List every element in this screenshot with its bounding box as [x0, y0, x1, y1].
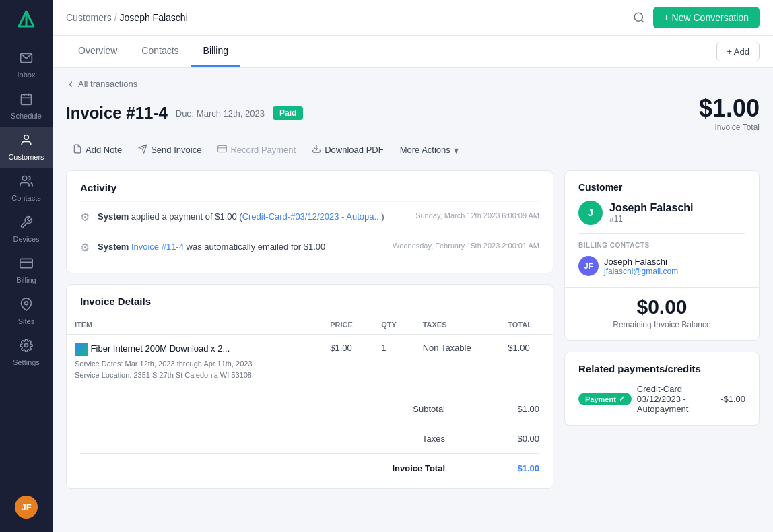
payment-row: Payment ✓ Credit-Card 03/12/2023 - Autop…	[578, 384, 745, 414]
sidebar-item-schedule[interactable]: Schedule	[0, 86, 53, 127]
svg-rect-10	[20, 259, 32, 267]
tabs: Overview Contacts Billing	[66, 36, 240, 67]
chevron-down-icon: ▾	[454, 145, 459, 156]
item-qty: 1	[373, 335, 414, 389]
record-payment-button[interactable]: Record Payment	[211, 140, 302, 160]
activity-icon-1: ⚙	[80, 211, 90, 224]
customer-info-row: J Joseph Falaschi #11	[578, 201, 745, 225]
billing-contacts-label: BILLING CONTACTS	[578, 242, 745, 249]
send-icon	[138, 144, 147, 156]
col-total: TOTAL	[500, 315, 553, 335]
new-conversation-button[interactable]: + New Conversation	[653, 7, 760, 28]
taxes-value: $0.00	[499, 434, 539, 444]
sidebar-item-customers[interactable]: Customers	[0, 127, 53, 168]
activity-title: Activity	[67, 171, 553, 201]
tab-contacts[interactable]: Contacts	[129, 36, 191, 67]
sidebar: Inbox Schedule Customers Contacts Device…	[0, 0, 53, 532]
invoice-table: ITEM PRICE QTY TAXES TOTAL	[67, 315, 553, 389]
col-price: PRICE	[322, 315, 373, 335]
sidebar-item-inbox-label: Inbox	[18, 71, 36, 79]
customers-icon	[20, 133, 33, 150]
summary-section: Subtotal $1.00 Taxes $0.00 Invoice Total…	[67, 389, 553, 488]
invoice-title-row: Invoice #11-4 Due: March 12th, 2023 Paid	[66, 104, 303, 123]
breadcrumb-customers-link[interactable]: Customers	[66, 12, 112, 23]
sites-icon	[20, 298, 33, 314]
schedule-icon	[20, 92, 33, 109]
activity-text-2: System Invoice #11-4 was automatically e…	[98, 240, 384, 254]
invoice-link[interactable]: Invoice #11-4	[131, 242, 184, 252]
breadcrumb: Customers / Joseph Falaschi	[66, 12, 188, 23]
billing-contact-email[interactable]: jfalaschi@gmail.com	[604, 267, 678, 276]
add-note-button[interactable]: Add Note	[66, 140, 129, 160]
inbox-icon	[20, 51, 33, 68]
col-taxes: TAXES	[415, 315, 500, 335]
billing-contact-row: JF Joseph Falaschi jfalaschi@gmail.com	[578, 256, 745, 276]
billing-avatar: JF	[578, 256, 599, 276]
item-cell: Fiber Internet 200M Download x 2... Serv…	[67, 335, 322, 389]
invoice-details-title: Invoice Details	[67, 285, 553, 307]
subtotal-label: Subtotal	[413, 404, 445, 414]
breadcrumb-current: Joseph Falaschi	[120, 12, 188, 23]
back-link-label: All transactions	[78, 79, 137, 89]
remaining-balance-label: Remaining Invoice Balance	[578, 320, 745, 329]
billing-contact-name: Joseph Falaschi	[604, 257, 678, 267]
content-area: All transactions Invoice #11-4 Due: Marc…	[53, 68, 773, 532]
add-button[interactable]: + Add	[716, 42, 760, 61]
billing-icon	[20, 257, 33, 273]
balance-section: $0.00 Remaining Invoice Balance	[565, 288, 759, 340]
record-payment-label: Record Payment	[230, 145, 296, 155]
action-bar: Add Note Send Invoice Record Payment Dow…	[66, 140, 760, 160]
payment-link[interactable]: Credit-Card-#03/12/2023 - Autopa...	[242, 211, 382, 222]
download-pdf-button[interactable]: Download PDF	[305, 140, 390, 160]
header-actions: + New Conversation	[633, 7, 760, 28]
svg-point-13	[25, 344, 28, 347]
invoice-details-card: Invoice Details ITEM PRICE QTY TAXES TOT…	[66, 284, 553, 489]
send-invoice-button[interactable]: Send Invoice	[131, 140, 208, 160]
sidebar-item-sites[interactable]: Sites	[0, 291, 53, 332]
customer-id: #11	[609, 214, 694, 224]
download-pdf-label: Download PDF	[325, 145, 383, 155]
taxes-label: Taxes	[422, 434, 445, 444]
sidebar-item-billing[interactable]: Billing	[0, 250, 53, 291]
customer-section: Customer J Joseph Falaschi #11 BILLING C…	[565, 171, 759, 287]
sidebar-item-devices[interactable]: Devices	[0, 209, 53, 250]
payment-description: Credit-Card 03/12/2023 - Autopayment	[637, 384, 715, 414]
related-payments-title: Related payments/credits	[578, 363, 745, 374]
taxes-row: Taxes $0.00	[80, 430, 539, 448]
more-actions-button[interactable]: More Actions ▾	[393, 141, 465, 160]
note-icon	[73, 144, 82, 156]
more-actions-label: More Actions	[400, 145, 450, 155]
tabs-bar: Overview Contacts Billing + Add	[53, 36, 773, 68]
tab-overview[interactable]: Overview	[66, 36, 129, 67]
invoice-total-label: Invoice Total	[699, 123, 760, 132]
remaining-balance-amount: $0.00	[578, 296, 745, 319]
svg-point-9	[22, 176, 27, 181]
customer-card: Customer J Joseph Falaschi #11 BILLING C…	[564, 170, 760, 341]
activity-text-1: System applied a payment of $1.00 (Credi…	[98, 210, 407, 224]
sidebar-item-settings[interactable]: Settings	[0, 332, 53, 373]
invoice-total-amount: $1.00	[699, 94, 760, 123]
back-link[interactable]: All transactions	[66, 79, 760, 89]
svg-rect-4	[22, 94, 32, 104]
activity-time-1: Sunday, March 12th 2023 6:00:09 AM	[415, 211, 539, 220]
send-invoice-label: Send Invoice	[151, 145, 201, 155]
activity-card: Activity ⚙ System applied a payment of $…	[66, 170, 553, 273]
sidebar-item-inbox[interactable]: Inbox	[0, 44, 53, 86]
sidebar-item-settings-label: Settings	[13, 358, 40, 366]
col-qty: QTY	[373, 315, 414, 335]
fiber-icon	[75, 343, 88, 356]
svg-rect-18	[218, 145, 227, 152]
sidebar-item-customers-label: Customers	[8, 153, 44, 161]
devices-icon	[20, 215, 33, 232]
invoice-total-block: $1.00 Invoice Total	[699, 94, 760, 132]
item-price: $1.00	[322, 335, 373, 389]
customer-avatar: J	[578, 201, 603, 225]
tab-billing[interactable]: Billing	[191, 36, 240, 67]
invoice-header: Invoice #11-4 Due: March 12th, 2023 Paid…	[66, 94, 760, 132]
invoice-total-row: Invoice Total $1.00	[80, 459, 539, 477]
search-button[interactable]	[633, 11, 645, 24]
paid-badge: Paid	[273, 106, 303, 120]
user-avatar[interactable]: JF	[15, 496, 38, 519]
sidebar-item-contacts[interactable]: Contacts	[0, 168, 53, 209]
two-col-layout: Activity ⚙ System applied a payment of $…	[66, 170, 760, 521]
